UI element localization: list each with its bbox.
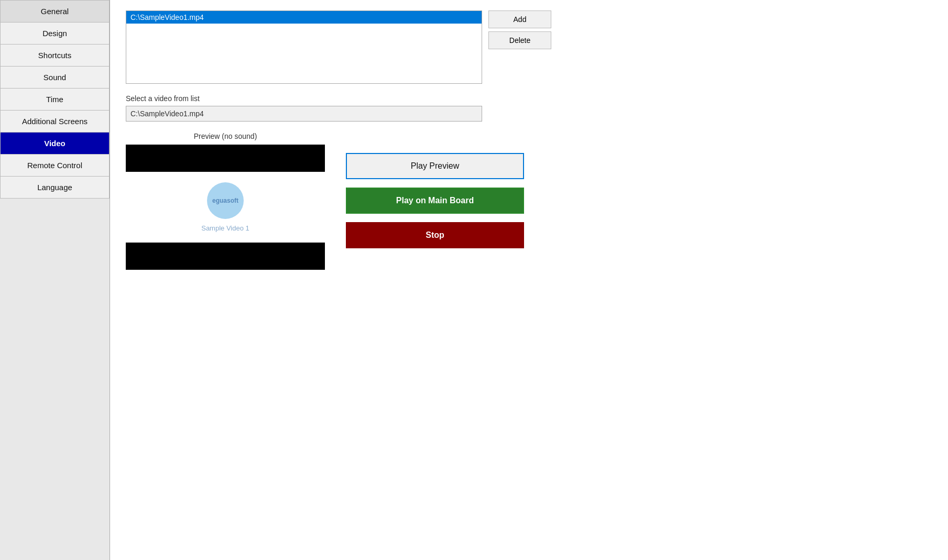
preview-black-bottom — [126, 243, 325, 270]
main-content: C:\SampleVideo1.mp4 Add Delete Select a … — [110, 0, 948, 560]
add-button[interactable]: Add — [488, 10, 551, 28]
sidebar-item-design[interactable]: Design — [0, 23, 110, 45]
play-main-board-button[interactable]: Play on Main Board — [346, 188, 524, 214]
sidebar-item-additional-screens[interactable]: Additional Screens — [0, 111, 110, 133]
preview-player: Preview (no sound) eguasoft Sample Video… — [126, 132, 325, 270]
delete-button[interactable]: Delete — [488, 31, 551, 49]
sidebar-item-video[interactable]: Video — [0, 133, 110, 155]
preview-controls: Play Preview Play on Main Board Stop — [346, 132, 524, 248]
play-preview-button[interactable]: Play Preview — [346, 153, 524, 179]
video-list-item[interactable]: C:\SampleVideo1.mp4 — [126, 11, 482, 24]
sidebar-item-shortcuts[interactable]: Shortcuts — [0, 45, 110, 67]
list-action-buttons: Add Delete — [488, 10, 551, 49]
selected-video-input[interactable] — [126, 106, 482, 122]
preview-section: Preview (no sound) eguasoft Sample Video… — [126, 132, 932, 270]
select-label: Select a video from list — [126, 94, 932, 103]
preview-middle: eguasoft Sample Video 1 — [126, 172, 325, 243]
preview-label: Preview (no sound) — [126, 132, 325, 140]
sample-video-name: Sample Video 1 — [201, 224, 249, 232]
stop-button[interactable]: Stop — [346, 222, 524, 248]
sidebar-item-general[interactable]: General — [0, 0, 110, 23]
preview-black-top — [126, 145, 325, 172]
video-list-section: C:\SampleVideo1.mp4 Add Delete — [126, 10, 932, 84]
sidebar-item-language[interactable]: Language — [0, 177, 110, 199]
sidebar: GeneralDesignShortcutsSoundTimeAdditiona… — [0, 0, 110, 560]
sidebar-item-sound[interactable]: Sound — [0, 67, 110, 89]
sidebar-item-time[interactable]: Time — [0, 89, 110, 111]
video-list[interactable]: C:\SampleVideo1.mp4 — [126, 10, 482, 84]
eguasoft-logo: eguasoft — [207, 182, 244, 219]
sidebar-item-remote-control[interactable]: Remote Control — [0, 155, 110, 177]
